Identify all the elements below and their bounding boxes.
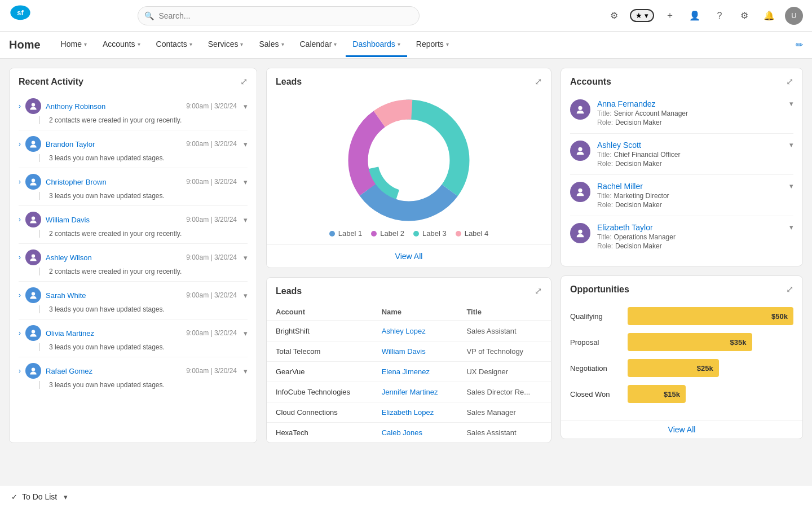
nav-item-services[interactable]: Services ▾ [201, 33, 250, 57]
nav-item-sales[interactable]: Sales ▾ [252, 33, 290, 57]
activity-dropdown-btn[interactable]: ▾ [244, 367, 248, 375]
name-cell[interactable]: Elena Jimenez [373, 362, 458, 382]
name-cell[interactable]: Ashley Lopez [373, 321, 458, 341]
activity-dropdown-btn[interactable]: ▾ [244, 140, 248, 148]
activity-expand-btn[interactable]: › [19, 329, 21, 337]
activity-expand-btn[interactable]: › [19, 102, 21, 110]
opp-label: Negotiation [570, 364, 621, 373]
main-content: Recent Activity ⤢ › Anthony Robinson 9:0… [0, 59, 812, 452]
opp-label: Closed Won [570, 390, 621, 398]
account-info: Elizabeth Taylor Title: Operations Manag… [597, 223, 793, 250]
title-cell: UX Designer [457, 362, 551, 382]
account-title: Chief Financial Officer [614, 151, 681, 159]
opp-label: Qualifying [570, 312, 621, 321]
title-cell: VP of Technology [457, 341, 551, 362]
account-title-row: Title: Chief Financial Officer [597, 151, 793, 159]
accounts-list: Anna Fernandez Title: Senior Account Man… [561, 93, 802, 266]
activity-expand-btn[interactable]: › [19, 178, 21, 186]
opp-bar: $15k [628, 385, 686, 403]
nav-item-contacts[interactable]: Contacts ▾ [149, 33, 199, 57]
nav-item-reports[interactable]: Reports ▾ [409, 33, 456, 57]
settings-icon-btn[interactable]: ⚙ [735, 7, 753, 25]
account-dropdown-btn[interactable]: ▾ [789, 182, 793, 190]
opp-bar: $50k [628, 307, 793, 325]
activity-time: 9:00am | 3/20/24 [186, 216, 237, 224]
activity-dropdown-btn[interactable]: ▾ [244, 329, 248, 338]
activity-name[interactable]: William Davis [46, 216, 182, 224]
salesforce-logo[interactable]: sf [9, 5, 32, 27]
favorites-btn[interactable]: ★ ▾ [630, 9, 654, 22]
avatar-btn[interactable]: U [785, 7, 803, 25]
legend-dot [413, 231, 419, 237]
opportunities-content: Qualifying $50k Proposal $35k Negotiatio… [561, 300, 802, 420]
account-dropdown-btn[interactable]: ▾ [789, 99, 793, 108]
activity-expand-btn[interactable]: › [19, 140, 21, 148]
help-icon-btn[interactable]: ? [710, 7, 729, 25]
leads-chart-expand-btn[interactable]: ⤢ [535, 76, 542, 87]
account-role: Decision Maker [615, 201, 662, 209]
account-name[interactable]: Elizabeth Taylor [597, 223, 793, 232]
activity-dropdown-btn[interactable]: ▾ [244, 253, 248, 262]
activity-name[interactable]: Rafael Gomez [46, 367, 182, 375]
account-name[interactable]: Rachel Miller [597, 182, 793, 191]
edit-nav-icon[interactable]: ✏ [796, 40, 803, 50]
account-title: Senior Account Manager [614, 110, 688, 117]
nav-item-calendar[interactable]: Calendar ▾ [293, 33, 344, 57]
activity-dropdown-btn[interactable]: ▾ [244, 102, 248, 111]
activity-desc: 3 leads you own have updated stages. [39, 305, 248, 313]
opp-bar-wrap: $50k [628, 307, 793, 325]
activity-expand-btn[interactable]: › [19, 216, 21, 224]
legend-label: Label 1 [338, 229, 363, 238]
activity-desc: 2 contacts were created in your org rece… [39, 268, 248, 275]
name-cell[interactable]: Elizabeth Lopez [373, 402, 458, 423]
account-title-row: Title: Marketing Director [597, 192, 793, 200]
add-icon-btn[interactable]: ＋ [661, 7, 679, 25]
name-cell[interactable]: Caleb Jones [373, 423, 458, 443]
title-cell: Sales Director Re... [457, 382, 551, 402]
activity-expand-btn[interactable]: › [19, 367, 21, 375]
activity-name[interactable]: Christopher Brown [46, 178, 182, 186]
chevron-down-icon: ▾ [240, 41, 243, 47]
legend-label: Label 4 [465, 229, 489, 238]
nav-item-home[interactable]: Home ▾ [54, 33, 94, 57]
activity-expand-btn[interactable]: › [19, 253, 21, 261]
activity-icon [25, 212, 41, 227]
opportunities-expand-btn[interactable]: ⤢ [786, 284, 793, 295]
leads-chart-card: Leads ⤢ [266, 68, 551, 268]
search-input[interactable] [138, 6, 420, 25]
leads-table-expand-btn[interactable]: ⤢ [535, 286, 542, 296]
person-icon-btn[interactable]: 👤 [686, 7, 704, 25]
recent-activity-expand-btn[interactable]: ⤢ [240, 76, 248, 87]
account-title-row: Title: Operations Manager [597, 233, 793, 241]
home-icon-btn[interactable]: ⚙ [605, 7, 623, 25]
account-dropdown-btn[interactable]: ▾ [789, 141, 793, 149]
name-cell[interactable]: Jennifer Martinez [373, 382, 458, 402]
opp-bar-wrap: $15k [628, 385, 793, 403]
activity-dropdown-btn[interactable]: ▾ [244, 178, 248, 186]
activity-name[interactable]: Anthony Robinson [46, 102, 182, 111]
account-name[interactable]: Ashley Scott [597, 141, 793, 150]
activity-dropdown-btn[interactable]: ▾ [244, 216, 248, 224]
activity-time: 9:00am | 3/20/24 [186, 291, 237, 299]
account-name[interactable]: Anna Fernandez [597, 99, 793, 108]
nav-item-dashboards[interactable]: Dashboards ▾ [346, 33, 407, 57]
activity-time: 9:00am | 3/20/24 [186, 253, 237, 261]
activity-name[interactable]: Brandon Taylor [46, 140, 182, 148]
activity-name[interactable]: Olivia Martinez [46, 329, 182, 338]
activity-dropdown-btn[interactable]: ▾ [244, 291, 248, 300]
leads-chart-view-all[interactable]: View All [267, 244, 551, 268]
accounts-expand-btn[interactable]: ⤢ [786, 76, 793, 87]
svg-point-17 [578, 189, 582, 192]
nav-item-accounts[interactable]: Accounts ▾ [96, 33, 147, 57]
activity-expand-btn[interactable]: › [19, 291, 21, 299]
name-cell[interactable]: William Davis [373, 341, 458, 362]
svg-point-15 [578, 106, 582, 110]
account-info: Ashley Scott Title: Chief Financial Offi… [597, 141, 793, 168]
activity-name[interactable]: Ashley Wilson [46, 253, 182, 262]
account-dropdown-btn[interactable]: ▾ [789, 223, 793, 231]
activity-name[interactable]: Sarah White [46, 291, 182, 300]
notifications-icon-btn[interactable]: 🔔 [760, 7, 778, 25]
account-role-row: Role: Decision Maker [597, 242, 793, 250]
donut-chart [347, 98, 471, 222]
opportunities-view-all[interactable]: View All [561, 420, 802, 439]
